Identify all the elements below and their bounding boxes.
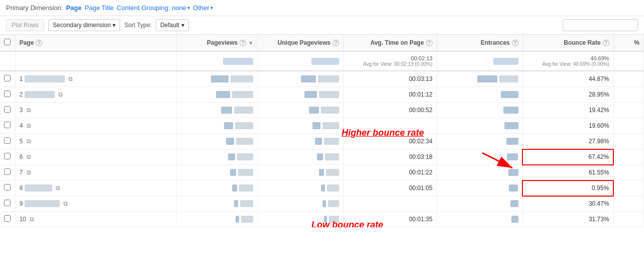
pageviews-val bbox=[237, 153, 253, 160]
row-number: 9 bbox=[20, 200, 23, 207]
unique-pv-bar bbox=[301, 75, 316, 82]
row-checkbox[interactable] bbox=[4, 200, 11, 206]
table-row: 1 ⧉ 00:03:13 bbox=[0, 71, 644, 87]
pageviews-val bbox=[231, 75, 253, 82]
unique-pv-val bbox=[323, 122, 339, 129]
chevron-down-icon: ▾ bbox=[187, 5, 190, 11]
unique-pv-bar bbox=[315, 138, 322, 145]
pageviews-bar bbox=[230, 169, 236, 176]
table-row: 7 ⧉ 00:01:22 bbox=[0, 165, 644, 180]
external-link-icon[interactable]: ⧉ bbox=[27, 107, 31, 114]
pageviews-val bbox=[232, 91, 253, 98]
sort-type-dropdown[interactable]: Default ▾ bbox=[156, 19, 189, 31]
row-checkbox[interactable] bbox=[4, 168, 11, 175]
avg-time-cell bbox=[343, 196, 437, 212]
pageviews-val bbox=[235, 122, 253, 129]
avg-time-cell: 00:01:05 bbox=[343, 180, 437, 196]
chevron-down-icon: ▾ bbox=[210, 5, 213, 11]
page-help-icon[interactable]: ? bbox=[36, 40, 42, 46]
row-checkbox[interactable] bbox=[4, 153, 11, 159]
dim-page-title-link[interactable]: Page Title bbox=[85, 4, 114, 12]
table-row: 6 ⧉ 00:03:18 bbox=[0, 149, 644, 165]
select-all-header[interactable] bbox=[0, 35, 15, 51]
unique-pv-bar bbox=[309, 107, 319, 114]
pageviews-bar bbox=[232, 185, 237, 192]
select-all-checkbox[interactable] bbox=[4, 39, 11, 45]
external-link-icon[interactable]: ⧉ bbox=[27, 169, 31, 176]
row-checkbox[interactable] bbox=[4, 184, 11, 191]
row-checkbox[interactable] bbox=[4, 122, 11, 128]
unique-pv-help-icon[interactable]: ? bbox=[333, 40, 339, 46]
avg-time-cell: 00:03:18 bbox=[343, 149, 437, 165]
external-link-icon[interactable]: ⧉ bbox=[63, 200, 68, 207]
entrances-bar bbox=[508, 169, 518, 176]
sort-down-icon: ▼ bbox=[248, 40, 253, 46]
row-checkbox[interactable] bbox=[4, 137, 11, 144]
pageviews-bar bbox=[221, 107, 232, 114]
pageviews-val bbox=[234, 107, 253, 114]
bounce-rate-cell: 31.73% bbox=[522, 212, 613, 227]
table-row: 5 ⧉ 00:02:34 bbox=[0, 134, 644, 149]
secondary-dimension-dropdown[interactable]: Secondary dimension ▾ bbox=[48, 19, 120, 31]
external-link-icon[interactable]: ⧉ bbox=[27, 122, 31, 129]
table-header-row: Page ? Pageviews ? ▼ Unique Pageviews ? bbox=[0, 35, 644, 51]
unique-pv-bar bbox=[304, 91, 317, 98]
external-link-icon[interactable]: ⧉ bbox=[27, 138, 31, 145]
dim-page-link[interactable]: Page bbox=[66, 4, 81, 12]
unique-pv-bar bbox=[312, 122, 320, 129]
bounce-rate-cell: 61.55% bbox=[522, 165, 613, 180]
entrances-bar bbox=[503, 107, 518, 114]
row-checkbox[interactable] bbox=[4, 75, 11, 81]
pageviews-val bbox=[240, 200, 253, 207]
unique-pv-val bbox=[325, 153, 339, 160]
primary-dimension-bar: Primary Dimension: Page Page Title Conte… bbox=[0, 0, 644, 16]
external-link-icon[interactable]: ⧉ bbox=[58, 91, 63, 98]
page-url-blur bbox=[25, 75, 65, 82]
toolbar: Plot Rows Secondary dimension ▾ Sort Typ… bbox=[0, 16, 644, 35]
unique-pageviews-column-header: Unique Pageviews ? bbox=[258, 35, 344, 51]
pageviews-help-icon[interactable]: ? bbox=[240, 40, 246, 46]
entrances-bar bbox=[501, 91, 518, 98]
bounce-rate-cell-highlighted-high: 67.42% bbox=[522, 149, 613, 165]
unique-pv-val bbox=[326, 169, 339, 176]
entrances-bar bbox=[477, 75, 497, 82]
page-url-blur bbox=[25, 185, 52, 192]
dim-content-grouping-link[interactable]: Content Grouping: none ▾ bbox=[117, 4, 190, 12]
unique-pv-bar bbox=[321, 185, 325, 192]
pageviews-val bbox=[241, 216, 253, 223]
unique-pv-val bbox=[319, 91, 339, 98]
pageviews-bar bbox=[226, 138, 234, 145]
page-column-header: Page ? bbox=[15, 35, 177, 51]
row-checkbox[interactable] bbox=[4, 106, 11, 113]
row-number: 5 bbox=[20, 138, 23, 145]
row-number: 4 bbox=[20, 122, 23, 129]
bounce-rate-help-icon[interactable]: ? bbox=[603, 40, 609, 46]
external-link-icon[interactable]: ⧉ bbox=[27, 153, 31, 160]
avg-time-help-icon[interactable]: ? bbox=[426, 40, 433, 46]
dim-other-link[interactable]: Other ▾ bbox=[193, 4, 213, 12]
bounce-rate-cell: 30.47% bbox=[522, 196, 613, 212]
entrances-bar bbox=[504, 122, 518, 129]
external-link-icon[interactable]: ⧉ bbox=[68, 75, 73, 82]
pageviews-bar bbox=[224, 122, 233, 129]
avg-time-cell: 00:01:12 bbox=[343, 87, 437, 103]
row-number: 2 bbox=[20, 91, 23, 98]
row-checkbox[interactable] bbox=[4, 90, 11, 97]
entrances-avg-bar bbox=[493, 58, 518, 65]
external-link-icon[interactable]: ⧉ bbox=[30, 216, 34, 223]
pageviews-val bbox=[239, 185, 253, 192]
row-number: 6 bbox=[20, 153, 23, 160]
page-url-blur bbox=[25, 91, 55, 98]
table-row: 8 ⧉ 00:01:05 bbox=[0, 180, 644, 196]
pageviews-avg-bar bbox=[223, 58, 253, 65]
plot-rows-button[interactable]: Plot Rows bbox=[6, 19, 44, 31]
bounce-rate-cell: 19.42% bbox=[522, 103, 613, 118]
entrances-help-icon[interactable]: ? bbox=[512, 40, 518, 46]
row-checkbox[interactable] bbox=[4, 215, 11, 222]
entrances-column-header: Entrances ? bbox=[437, 35, 522, 51]
unique-pv-avg-bar bbox=[311, 58, 339, 65]
row-number: 3 bbox=[20, 107, 23, 114]
row-number: 10 bbox=[20, 216, 26, 223]
search-input[interactable] bbox=[563, 19, 638, 31]
external-link-icon[interactable]: ⧉ bbox=[56, 185, 60, 192]
